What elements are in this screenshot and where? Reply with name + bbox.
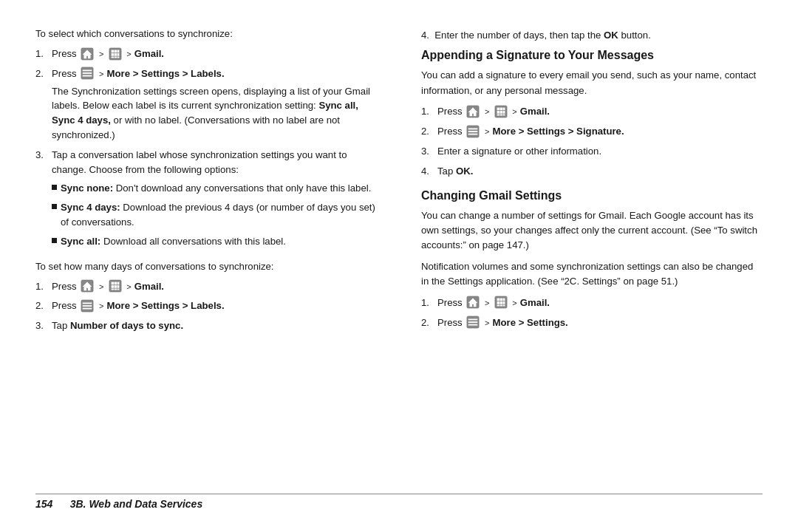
section-settings-para2: Notification volumes and some synchroniz…	[421, 259, 763, 290]
step-num-3: 3.	[35, 148, 52, 253]
section-signature-heading: Appending a Signature to Your Messages	[421, 49, 763, 62]
svg-rect-57	[497, 305, 499, 307]
apps-icon-1	[109, 47, 122, 61]
svg-rect-62	[468, 321, 478, 323]
step-settings-content-2: Press > More > Settings.	[437, 316, 763, 330]
svg-rect-56	[502, 301, 505, 304]
step-settings-2: 2. Press > More > Settings.	[421, 316, 763, 330]
step-sig-num-2: 2.	[421, 124, 437, 139]
chevron-s1: >	[485, 107, 491, 116]
step-days-num-3: 3.	[35, 318, 52, 333]
svg-rect-35	[497, 107, 499, 110]
step-settings-num-2: 2.	[421, 316, 437, 330]
step-sig-content-3: Enter a signature or other information.	[437, 144, 763, 159]
step2-para: The Synchronization settings screen open…	[52, 84, 377, 143]
home-icon-2	[81, 279, 94, 293]
svg-rect-15	[83, 75, 92, 77]
svg-rect-47	[468, 133, 478, 134]
svg-rect-58	[499, 305, 502, 307]
chevron-st1: >	[485, 299, 491, 307]
step-days-1: 1. Press >	[35, 279, 377, 294]
step3-text: Tap a conversation label whose synchroni…	[52, 149, 347, 175]
footer-page-number: 154	[35, 498, 52, 510]
days-step3-tap: Tap	[52, 320, 70, 331]
svg-rect-54	[497, 301, 499, 304]
chevron-d1b: >	[126, 282, 133, 291]
svg-rect-38	[497, 111, 499, 114]
svg-rect-20	[114, 282, 117, 285]
chevron-d1: >	[99, 282, 106, 291]
svg-rect-53	[502, 299, 505, 301]
settings-step2-before: Press	[437, 317, 465, 328]
svg-rect-11	[117, 56, 119, 58]
section-signature-para: You can add a signature to every email y…	[421, 68, 763, 98]
svg-rect-39	[499, 111, 502, 114]
section-settings-para1: You can change a number of settings for …	[421, 208, 763, 253]
step-sig-content-1: Press >	[437, 104, 763, 119]
home-icon-4	[466, 296, 480, 309]
svg-rect-52	[499, 299, 502, 301]
bullet-4days-text: Sync 4 days: Download the previous 4 day…	[61, 200, 377, 230]
chevron-st2: >	[485, 318, 491, 327]
svg-rect-26	[114, 289, 117, 290]
right-column: 4. Enter the number of days, then tap th…	[414, 28, 763, 485]
sig-step1-gmail: Gmail.	[520, 106, 550, 117]
svg-rect-61	[468, 319, 478, 321]
step-days-2: 2. Press > More > Settings > Labels.	[35, 299, 377, 313]
menu-icon-4	[466, 316, 480, 329]
step2-text-before: Press	[52, 68, 79, 79]
chevron-s1b: >	[512, 107, 519, 116]
days-step1-before: Press	[52, 281, 79, 292]
menu-icon-3	[466, 125, 480, 138]
bullet-sync-all: Sync all: Download all conversations wit…	[52, 234, 377, 249]
svg-rect-14	[83, 72, 92, 74]
step-sig-num-1: 1.	[421, 104, 437, 119]
bullet-square-2	[52, 204, 57, 209]
bullet-sync-4days: Sync 4 days: Download the previous 4 day…	[52, 200, 377, 230]
svg-rect-45	[468, 128, 478, 129]
step-days-content-1: Press >	[52, 279, 377, 294]
svg-rect-21	[117, 282, 119, 285]
bullet-sync-none: Sync none: Don't download any conversati…	[52, 181, 377, 196]
svg-rect-51	[497, 299, 499, 301]
svg-rect-19	[111, 282, 114, 285]
footer-area: 154 3B. Web and Data Services	[35, 485, 763, 510]
step-sig-content-2: Press > More > Settings > Signature.	[437, 124, 763, 139]
svg-rect-43	[502, 114, 505, 115]
sub-bullets: Sync none: Don't download any conversati…	[52, 181, 377, 248]
steps-signature-list: 1. Press >	[421, 104, 763, 178]
step-content-1: Press >	[52, 47, 377, 61]
footer-divider	[35, 494, 763, 494]
step-days-num-1: 1.	[35, 279, 52, 294]
step-settings-content-1: Press >	[437, 296, 763, 310]
chevron-2: >	[99, 69, 106, 78]
svg-rect-23	[114, 285, 117, 288]
step-sig-num-4: 4.	[421, 164, 437, 179]
step-content-3: Tap a conversation label whose synchroni…	[52, 148, 377, 253]
apps-icon-2	[109, 279, 122, 293]
chevron-1b: >	[126, 50, 133, 58]
step-days-content-3: Tap Number of days to sync.	[52, 318, 377, 333]
chevron-d2: >	[99, 301, 106, 310]
sig-step1-before: Press	[437, 106, 465, 117]
svg-rect-36	[499, 107, 502, 110]
step2-more-settings-labels: More > Settings > Labels.	[107, 68, 225, 79]
svg-rect-29	[83, 302, 92, 304]
svg-rect-42	[499, 114, 502, 115]
step-sig-1: 1. Press >	[421, 104, 763, 119]
step4-line: 4. Enter the number of days, then tap th…	[421, 28, 763, 43]
steps-settings-list: 1. Press >	[421, 296, 763, 330]
step4-ok: OK	[604, 30, 618, 41]
settings-step2-more: More > Settings.	[493, 317, 568, 328]
apps-icon-3	[494, 105, 508, 118]
step4-before: 4. Enter the number of days, then tap th…	[421, 30, 604, 41]
home-icon-3	[466, 105, 480, 118]
menu-icon-1	[81, 66, 94, 80]
step1-text-before: Press	[52, 48, 79, 59]
svg-rect-30	[83, 305, 92, 307]
days-step2-before: Press	[52, 300, 79, 311]
svg-rect-37	[502, 107, 505, 110]
step-settings-num-1: 1.	[421, 296, 437, 310]
step1-gmail: Gmail.	[134, 48, 164, 59]
svg-rect-8	[117, 53, 119, 56]
